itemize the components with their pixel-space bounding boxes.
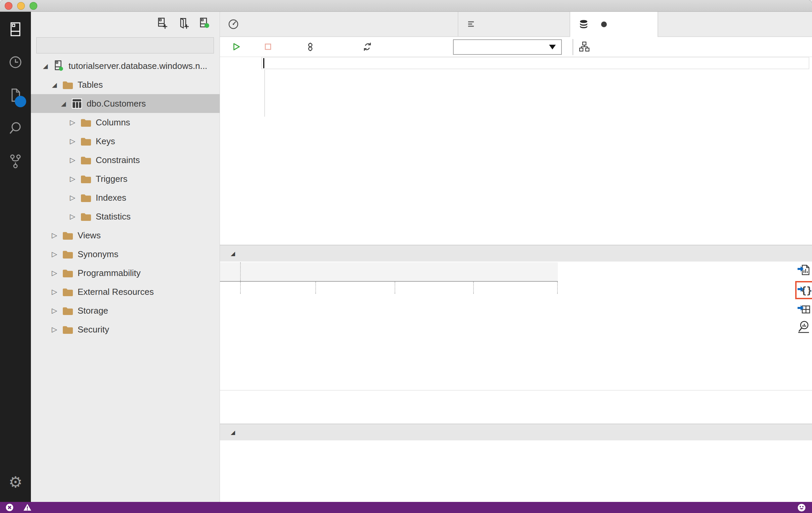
twisty-icon[interactable]: ◢▷ [67,137,78,145]
sidebar-actions [156,13,211,33]
grid-tail [220,282,558,294]
change-connection-button[interactable] [363,37,375,56]
tree-item-label: dbo.Customers [87,99,146,109]
server-search-box [36,37,214,53]
tree-item[interactable]: ◢▷ Tables [31,75,220,94]
tree-item-icon [60,249,76,260]
twisty-icon[interactable]: ◢▷ [49,269,60,277]
save-as-excel-icon[interactable] [797,301,812,316]
twisty-icon[interactable]: ◢▷ [49,306,60,315]
tree-item-label: Statistics [96,212,130,222]
tree-item-label: Storage [78,305,108,316]
problems-indicator[interactable] [0,503,38,512]
grid-header-row [220,262,558,282]
twisty-icon[interactable]: ◢▷ [67,118,78,127]
collapse-results-icon[interactable]: ◢ [231,250,235,257]
tree-item-icon [69,98,85,109]
open-editors-badge [15,96,26,107]
twisty-icon[interactable]: ◢▷ [58,100,69,108]
text-cursor [263,58,264,68]
change-connection-icon [363,42,372,51]
tree-item[interactable]: ◢▷ Views [31,226,220,245]
tree-item-icon [51,60,66,72]
tree-item-icon [78,173,94,184]
tree-item[interactable]: ◢▷ Triggers [31,169,220,188]
servers-icon[interactable] [0,21,31,37]
errors-icon [5,503,14,512]
app-window: ⚙ ◢▷ [0,0,812,513]
collapse-messages-icon[interactable]: ◢ [231,429,235,436]
activity-bar: ⚙ [0,12,31,502]
title-bar [0,0,812,12]
tree-item[interactable]: ◢▷ dbo.Customers [31,94,220,113]
tab-dbo-customers-1[interactable] [458,12,570,36]
results-section-header[interactable]: ◢ [220,245,812,262]
source-control-icon[interactable] [0,153,31,169]
twisty-icon[interactable]: ◢▷ [49,325,60,333]
zoom-window-button[interactable] [30,2,37,10]
view-as-chart-icon[interactable] [797,319,812,334]
current-line-highlight [261,57,809,69]
cancel-button[interactable] [264,37,276,56]
tree-item-icon [60,79,76,90]
twisty-icon[interactable]: ◢▷ [67,213,78,220]
run-play-icon [232,43,241,51]
tree-item-label: External Resources [78,287,154,297]
twisty-icon[interactable]: ◢▷ [67,156,78,164]
show-active-connections-icon[interactable] [198,13,211,33]
disconnect-icon [306,42,315,51]
tree-item[interactable]: ◢▷ Constraints [31,151,220,169]
twisty-icon[interactable]: ◢▷ [49,250,60,258]
tab-sqlquery2[interactable] [570,12,658,37]
tree-item[interactable]: ◢▷ Statistics [31,207,220,226]
tree-item-label: Programmability [78,268,141,278]
database-icon [578,19,590,31]
tree-item[interactable]: ◢▷ Indexes [31,188,220,207]
explain-plan-icon [579,41,590,52]
task-history-icon[interactable] [0,54,31,70]
editor-tab-bar [220,12,812,37]
query-toolbar [220,37,812,57]
messages-section-header[interactable]: ◢ [220,424,812,440]
tree-item-icon [78,136,94,146]
tree-item-label: Indexes [96,193,126,203]
run-button[interactable] [232,37,244,56]
tab-server-dashboard[interactable] [220,12,458,36]
more-actions-icon[interactable] [803,12,812,36]
settings-gear-icon[interactable]: ⚙ [0,474,31,490]
twisty-icon[interactable]: ◢▷ [67,194,78,202]
save-as-json-icon[interactable]: {} [797,283,812,298]
twisty-icon[interactable]: ◢▷ [49,231,60,239]
tree-item[interactable]: ◢▷ External Resources [31,282,220,301]
new-connection-icon[interactable] [156,13,169,33]
tree-item[interactable]: ◢▷ Programmability [31,264,220,282]
toolbar-separator [573,39,573,55]
tree-item[interactable]: ◢▷ Synonyms [31,245,220,264]
dashboard-gauge-icon [227,18,239,30]
minimize-window-button[interactable] [17,2,25,10]
sql-code-editor[interactable] [265,57,298,93]
tree-item[interactable]: ◢▷ Storage [31,301,220,320]
chevron-down-icon [549,45,556,49]
search-server-input[interactable] [41,40,209,51]
tree-item[interactable]: ◢▷ tutorialserver.database.windows.n... [31,56,220,75]
database-dropdown[interactable] [453,39,562,55]
tree-item[interactable]: ◢▷ Columns [31,113,220,132]
tree-item-icon [60,324,76,335]
explain-button[interactable] [579,37,593,56]
search-icon[interactable] [0,120,31,136]
twisty-icon[interactable]: ◢▷ [67,175,78,183]
close-window-button[interactable] [5,2,12,10]
twisty-icon[interactable]: ◢▷ [49,288,60,296]
tree-item[interactable]: ◢▷ Security [31,320,220,339]
save-as-csv-icon[interactable] [797,263,812,277]
tree-item-icon [78,117,94,128]
warnings-icon [23,503,32,512]
disconnect-button[interactable] [306,37,318,56]
twisty-icon[interactable]: ◢▷ [40,62,51,70]
twisty-icon[interactable]: ◢▷ [49,81,60,89]
server-tree: ◢▷ tutorialserver.database.windows.n... … [31,56,220,339]
feedback-smiley-icon[interactable] [797,503,806,512]
new-server-group-icon[interactable] [177,13,190,33]
tree-item[interactable]: ◢▷ Keys [31,132,220,151]
